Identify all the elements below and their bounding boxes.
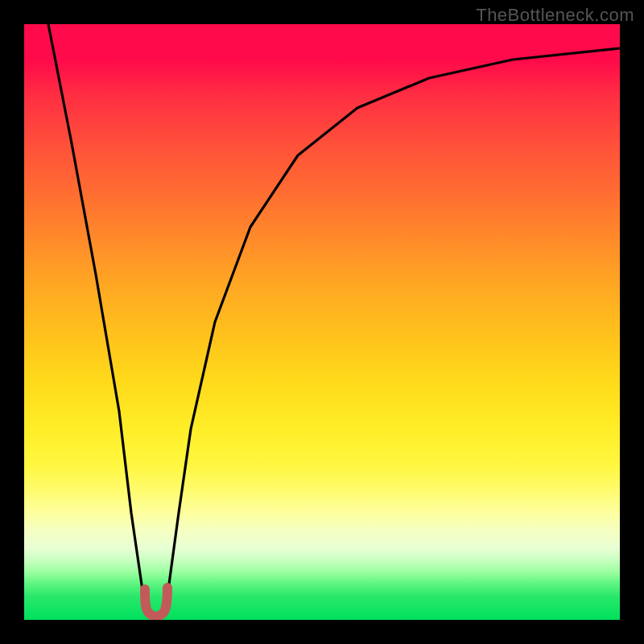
plot-area xyxy=(24,24,620,620)
bottleneck-curve xyxy=(48,24,620,617)
watermark-text: TheBottleneck.com xyxy=(476,5,634,26)
optimal-marker-icon xyxy=(145,588,167,617)
chart-frame: TheBottleneck.com xyxy=(0,0,644,644)
curve-layer xyxy=(24,24,620,620)
